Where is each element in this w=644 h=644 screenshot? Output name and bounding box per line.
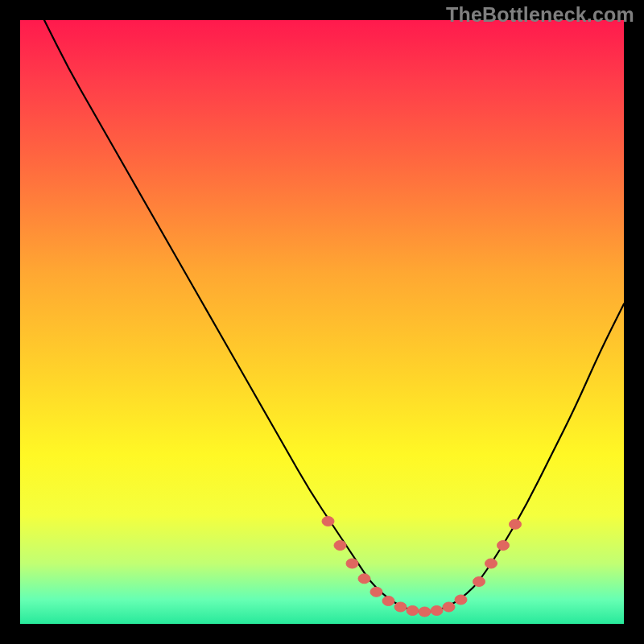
highlight-dot [322, 517, 334, 526]
highlight-dot [510, 519, 522, 529]
highlight-dots-group [322, 517, 522, 617]
highlight-dot [334, 541, 346, 551]
highlight-dot [407, 606, 419, 616]
highlight-dot [497, 541, 510, 551]
highlight-dot [346, 559, 358, 568]
highlight-dot [394, 602, 407, 612]
chart-svg [20, 20, 624, 624]
highlight-dot [431, 606, 443, 616]
highlight-dot [485, 559, 497, 568]
highlight-dot [419, 607, 431, 617]
highlight-dot [455, 595, 467, 605]
highlight-dot [382, 597, 394, 606]
highlight-dot [473, 577, 485, 587]
highlight-dot [370, 587, 382, 597]
highlight-dot [443, 602, 455, 612]
highlight-dot [358, 574, 370, 584]
